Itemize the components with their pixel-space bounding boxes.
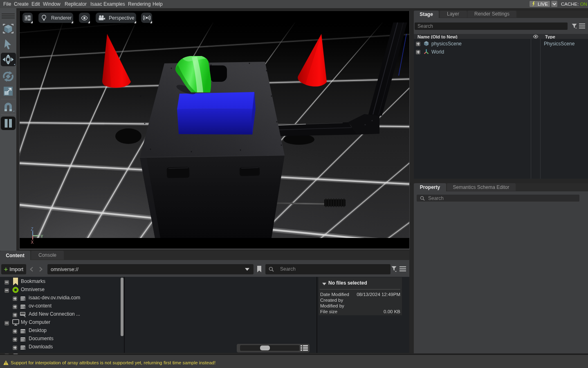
svg-text:Y: Y	[40, 234, 43, 239]
svg-text:Z: Z	[31, 227, 34, 231]
svg-text:LIVE: LIVE	[538, 2, 548, 7]
svg-text:X: X	[31, 240, 34, 245]
